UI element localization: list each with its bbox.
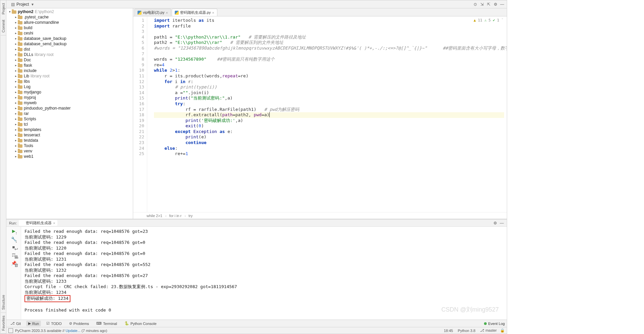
close-icon[interactable]: ×: [53, 221, 55, 225]
status-bar: PyCharm 2020.3.5 available // Update... …: [6, 327, 507, 334]
status-time: 18:45: [444, 329, 453, 333]
notification-dot-icon: [484, 322, 487, 325]
tree-item[interactable]: ▸allure-commandline: [6, 20, 133, 25]
gear-icon[interactable]: ⚙: [493, 2, 498, 7]
project-icon: ▤: [10, 2, 15, 7]
chevron-icon: ˇ: [501, 18, 503, 23]
tree-item[interactable]: ▸Tools: [6, 143, 133, 148]
weak-warning-icon: ⚠: [484, 18, 487, 23]
hide-icon[interactable]: —: [499, 221, 504, 225]
wrap-icon[interactable]: ↩: [14, 246, 19, 252]
run-console[interactable]: Failed the read enough data: req=1048576…: [21, 227, 507, 320]
tree-item[interactable]: ▸rar: [6, 111, 133, 116]
tree-item[interactable]: ▸myproj: [6, 95, 133, 100]
toolwindow-toggle-icon[interactable]: [8, 328, 13, 333]
tree-item[interactable]: ▸DLLslibrary root: [6, 52, 133, 57]
tree-item[interactable]: ▸mydjango: [6, 89, 133, 95]
tree-item[interactable]: ▸web1: [6, 154, 133, 159]
breadcrumb-item[interactable]: for i in r: [169, 214, 186, 218]
chevron-down-icon: ▾: [30, 2, 35, 7]
print-icon[interactable]: 🖶: [14, 254, 19, 260]
tree-item[interactable]: ▸templates: [6, 127, 133, 132]
problems-tool-button[interactable]: ⊘ Problems: [67, 321, 91, 326]
collapse-all-icon[interactable]: ⇱: [486, 2, 491, 7]
tab-label: 密码随机生成器.py: [180, 10, 211, 15]
inspection-status[interactable]: ▲11 ⚠5 ✔1 ˇ: [474, 18, 503, 23]
tree-item[interactable]: ▸Scripts: [6, 116, 133, 122]
run-tool-button[interactable]: ▶ Run: [26, 321, 41, 326]
breadcrumb-item[interactable]: while 2>1: [147, 214, 167, 218]
project-toolbar: ▤ Project ▾ ⊙ ⇲ ⇱ ⚙ —: [6, 0, 507, 8]
tree-root-item[interactable]: ▾python2E:\python2: [6, 9, 133, 14]
close-icon[interactable]: ×: [166, 11, 168, 15]
locate-icon[interactable]: ⊙: [473, 2, 478, 7]
run-config-tab[interactable]: 密码随机生成器 ×: [19, 220, 57, 226]
python-file-icon: [138, 11, 142, 15]
tree-item[interactable]: ▸myweb: [6, 100, 133, 106]
tree-item[interactable]: ▸Liblibrary root: [6, 73, 133, 79]
code-editor[interactable]: 1234567891011121314151617181920212223242…: [133, 16, 507, 212]
left-tab-project[interactable]: Project: [1, 0, 6, 17]
breadcrumb-item[interactable]: try: [189, 214, 195, 218]
status-git-branch[interactable]: ⎇ master: [480, 328, 497, 333]
bottom-tool-bar: ⎇ Git ▶ Run ☑ TODO ⊘ Problems ⌨ Terminal…: [6, 320, 507, 327]
editor-breadcrumb[interactable]: while 2>1 for i in r try: [133, 212, 507, 219]
project-tree[interactable]: ▾python2E:\python2▸.pytest_cache▸allure-…: [6, 8, 133, 219]
todo-tool-button[interactable]: ☑ TODO: [44, 321, 64, 326]
tree-item[interactable]: ▸tcl: [6, 122, 133, 127]
tree-item[interactable]: ▸database_send_backup: [6, 41, 133, 47]
tree-item[interactable]: ▸testdata: [6, 138, 133, 143]
down-icon[interactable]: ↓: [14, 238, 19, 244]
editor-tab-bar: vip电影(2).py × 密码随机生成器.py ×: [133, 8, 507, 16]
trash-icon[interactable]: 🗑: [14, 262, 19, 268]
tree-item[interactable]: ▸ceshi: [6, 30, 133, 36]
ok-icon: ✔: [493, 18, 495, 23]
editor-tab-active[interactable]: 密码随机生成器.py ×: [172, 9, 217, 16]
project-view-label: Project: [16, 2, 29, 7]
terminal-tool-button[interactable]: ⌨ Terminal: [94, 321, 119, 326]
tree-item[interactable]: ▸dist: [6, 47, 133, 52]
python-file-icon: [175, 11, 179, 15]
update-link[interactable]: Update...: [65, 329, 80, 333]
tree-item[interactable]: ▸include: [6, 68, 133, 73]
hide-icon[interactable]: —: [499, 2, 505, 7]
event-log-button[interactable]: Event Log: [484, 322, 505, 326]
tree-item[interactable]: ▸tesseract: [6, 132, 133, 138]
run-title: Run:: [9, 221, 17, 225]
python-file-icon: [21, 221, 24, 225]
status-message: PyCharm 2020.3.5 available //: [15, 329, 65, 333]
status-interpreter[interactable]: Python 3.8: [458, 329, 476, 333]
tab-label: vip电影(2).py: [143, 10, 164, 15]
left-tab-structure[interactable]: Structure: [1, 292, 6, 313]
warning-icon: ▲: [474, 18, 476, 23]
editor-tab[interactable]: vip电影(2).py ×: [135, 9, 171, 16]
python-console-tool-button[interactable]: 🐍 Python Console: [122, 321, 159, 326]
tree-item[interactable]: ▸pinduoduo_python-master: [6, 106, 133, 111]
tree-item[interactable]: ▸build: [6, 25, 133, 30]
up-icon[interactable]: ↑: [14, 230, 19, 236]
tree-item[interactable]: ▸Doc: [6, 57, 133, 63]
lock-icon[interactable]: 🔒: [500, 328, 505, 333]
tree-item[interactable]: ▸venv: [6, 148, 133, 154]
gear-icon[interactable]: ⚙: [493, 221, 497, 225]
left-tab-favorites[interactable]: Favorites: [1, 313, 6, 334]
git-tool-button[interactable]: ⎇ Git: [8, 321, 23, 326]
run-config-label: 密码随机生成器: [26, 220, 52, 225]
expand-all-icon[interactable]: ⇲: [479, 2, 485, 7]
project-view-selector[interactable]: ▤ Project ▾: [8, 1, 37, 7]
left-tab-commit[interactable]: Commit: [1, 17, 6, 36]
run-side-toolbar: ▶ 🔧 ■ ☶ 📌 ↑ ↓ ↩ 🖶 🗑: [6, 227, 21, 320]
tree-item[interactable]: ▸libs: [6, 79, 133, 84]
status-message-post: (7 minutes ago): [80, 329, 107, 333]
tree-item[interactable]: ▸database_save_backup: [6, 36, 133, 41]
run-panel-header: Run: 密码随机生成器 × ⚙ —: [6, 219, 507, 227]
tree-item[interactable]: ▸flask: [6, 63, 133, 68]
tree-item[interactable]: ▸.pytest_cache: [6, 14, 133, 20]
tree-item[interactable]: ▸Log: [6, 84, 133, 89]
close-icon[interactable]: ×: [212, 11, 214, 15]
